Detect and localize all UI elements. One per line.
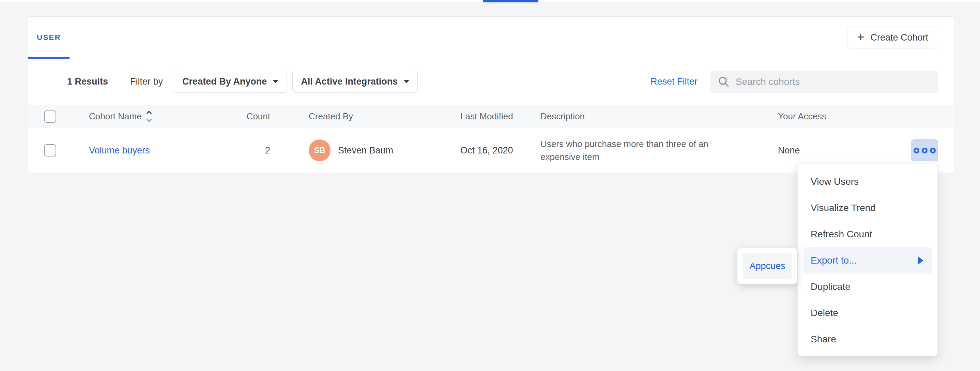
column-header-created-by: Created By bbox=[309, 105, 353, 128]
filter-by-label: Filter by bbox=[130, 76, 163, 87]
context-menu: View Users Visualize Trend Refresh Count… bbox=[797, 164, 938, 356]
last-modified-cell: Oct 16, 2020 bbox=[460, 128, 513, 172]
row-checkbox-cell bbox=[44, 128, 57, 172]
integrations-dropdown-value: All Active Integrations bbox=[301, 76, 398, 87]
chevron-down-icon bbox=[273, 80, 278, 83]
description-text: Users who purchase more than three of an… bbox=[541, 137, 738, 163]
export-to-label: Export to... bbox=[811, 255, 857, 266]
column-header-last-modified: Last Modified bbox=[460, 105, 513, 128]
more-actions-icon bbox=[913, 148, 920, 153]
your-access-cell: None bbox=[778, 128, 800, 172]
cohort-name-link[interactable]: Volume buyers bbox=[89, 145, 150, 156]
cohorts-card: USER + Create Cohort 1 Results Filter by… bbox=[28, 16, 954, 172]
select-all-checkbox[interactable] bbox=[44, 110, 56, 123]
menu-item-visualize-trend[interactable]: Visualize Trend bbox=[798, 195, 937, 221]
search-box[interactable] bbox=[711, 71, 938, 93]
column-header-description: Description bbox=[541, 105, 738, 128]
top-nav-strip bbox=[0, 0, 980, 2]
create-cohort-label: Create Cohort bbox=[870, 32, 928, 43]
submenu-item-appcues[interactable]: Appcues bbox=[743, 253, 792, 279]
reset-filter-link[interactable]: Reset Filter bbox=[651, 76, 697, 87]
row-checkbox[interactable] bbox=[44, 144, 56, 156]
integrations-dropdown[interactable]: All Active Integrations bbox=[293, 71, 418, 93]
tab-user[interactable]: USER bbox=[28, 17, 70, 58]
column-header-count: Count bbox=[205, 105, 270, 128]
search-input[interactable] bbox=[736, 76, 931, 87]
menu-item-refresh-count[interactable]: Refresh Count bbox=[798, 221, 937, 247]
plus-icon: + bbox=[857, 31, 864, 43]
count-cell: 2 bbox=[205, 128, 270, 172]
search-icon bbox=[718, 76, 730, 88]
menu-item-view-users[interactable]: View Users bbox=[798, 169, 937, 195]
cohort-name-cell: Volume buyers bbox=[89, 128, 150, 172]
count-value: 2 bbox=[265, 145, 270, 156]
created-by-name: Steven Baum bbox=[338, 145, 393, 156]
cohorts-screen: USER + Create Cohort 1 Results Filter by… bbox=[0, 0, 980, 371]
table-header: Cohort Name Count Created By Last Modifi… bbox=[28, 105, 954, 128]
filter-bar: 1 Results Filter by Created By Anyone Al… bbox=[28, 58, 954, 105]
menu-item-duplicate[interactable]: Duplicate bbox=[798, 274, 937, 300]
created-by-dropdown[interactable]: Created By Anyone bbox=[174, 71, 287, 93]
menu-item-delete[interactable]: Delete bbox=[798, 300, 937, 326]
created-by-dropdown-value: Created By Anyone bbox=[182, 76, 267, 87]
sort-icon bbox=[147, 111, 151, 121]
chevron-down-icon bbox=[404, 80, 409, 83]
column-header-your-access: Your Access bbox=[778, 105, 826, 128]
tab-bar: USER + Create Cohort bbox=[28, 17, 954, 58]
more-actions-button[interactable] bbox=[911, 140, 938, 161]
create-cohort-button[interactable]: + Create Cohort bbox=[847, 27, 938, 48]
submenu-arrow-icon bbox=[918, 257, 923, 264]
tab-user-label: USER bbox=[37, 33, 61, 42]
menu-item-share[interactable]: Share bbox=[798, 326, 937, 352]
cohort-name-header-label: Cohort Name bbox=[89, 111, 142, 122]
description-cell: Users who purchase more than three of an… bbox=[541, 128, 738, 172]
menu-item-export-to[interactable]: Export to... bbox=[803, 247, 932, 274]
created-by-cell: SB Steven Baum bbox=[309, 128, 393, 172]
active-top-tab-indicator bbox=[483, 0, 538, 2]
header-checkbox-cell bbox=[44, 105, 57, 128]
column-header-cohort-name[interactable]: Cohort Name bbox=[89, 105, 151, 128]
export-submenu: Appcues bbox=[737, 248, 797, 284]
avatar: SB bbox=[309, 140, 331, 161]
results-count: 1 Results bbox=[67, 76, 108, 87]
